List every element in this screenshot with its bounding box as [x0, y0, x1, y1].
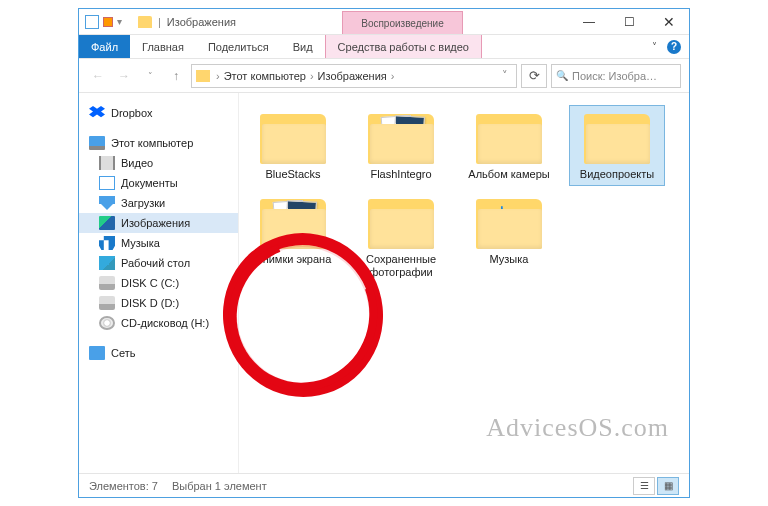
nav-item[interactable]: Документы: [79, 173, 238, 193]
folder-item[interactable]: Музыка: [461, 190, 557, 284]
nav-item[interactable]: CD-дисковод (H:): [79, 313, 238, 333]
nav-item[interactable]: DISK D (D:): [79, 293, 238, 313]
status-bar: Элементов: 7 Выбран 1 элемент ☰ ▦: [79, 473, 689, 497]
item-label: BlueStacks: [265, 168, 320, 181]
search-placeholder: Поиск: Изобра…: [572, 70, 657, 82]
folder-icon: [260, 195, 326, 249]
folder-item[interactable]: Сохраненные фотографии: [353, 190, 449, 284]
folder-icon: [476, 110, 542, 164]
nav-this-pc[interactable]: Этот компьютер: [79, 133, 238, 153]
drive-icon: [99, 296, 115, 310]
folder-item[interactable]: Видеопроекты: [569, 105, 665, 186]
folder-icon: [584, 110, 650, 164]
folder-icon: [368, 195, 434, 249]
chevron-right-icon[interactable]: ›: [308, 70, 316, 82]
explorer-icon: [85, 15, 99, 29]
folder-icon: [138, 16, 152, 28]
tab-video-tools[interactable]: Средства работы с видео: [325, 35, 482, 58]
status-selection: Выбран 1 элемент: [172, 480, 267, 492]
item-label: Музыка: [490, 253, 529, 266]
nav-item[interactable]: DISK C (C:): [79, 273, 238, 293]
qat-properties-icon[interactable]: [103, 17, 113, 27]
explorer-window: ▾ | Изображения Воспроизведение — ☐ ✕ Фа…: [78, 8, 690, 498]
nav-item[interactable]: Изображения: [79, 213, 238, 233]
folder-item[interactable]: FlashIntegro: [353, 105, 449, 186]
search-icon: 🔍: [556, 70, 568, 81]
tab-file[interactable]: Файл: [79, 35, 130, 58]
folder-item[interactable]: Альбом камеры: [461, 105, 557, 186]
folder-item[interactable]: BlueStacks: [245, 105, 341, 186]
close-button[interactable]: ✕: [649, 9, 689, 34]
search-box[interactable]: 🔍 Поиск: Изобра…: [551, 64, 681, 88]
item-label: FlashIntegro: [370, 168, 431, 181]
nav-back-button[interactable]: ←: [87, 65, 109, 87]
pics-icon: [99, 216, 115, 230]
breadcrumb-segment[interactable]: Этот компьютер: [224, 70, 306, 82]
drive-icon: [99, 276, 115, 290]
nav-forward-button[interactable]: →: [113, 65, 135, 87]
ribbon-tabs: Файл Главная Поделиться Вид Средства раб…: [79, 35, 689, 59]
item-label: Сохраненные фотографии: [358, 253, 444, 279]
breadcrumb-segment[interactable]: Изображения: [318, 70, 387, 82]
network-icon: [89, 346, 105, 360]
details-view-button[interactable]: ☰: [633, 477, 655, 495]
item-label: Видеопроекты: [580, 168, 654, 181]
window-title: | Изображения: [128, 9, 236, 34]
dropbox-icon: [89, 106, 105, 120]
icons-view-button[interactable]: ▦: [657, 477, 679, 495]
help-icon[interactable]: ?: [667, 40, 681, 54]
folder-icon: [368, 110, 434, 164]
download-icon: [99, 196, 115, 210]
minimize-button[interactable]: —: [569, 9, 609, 34]
ribbon-expand-icon[interactable]: ˅: [652, 41, 657, 52]
folder-item[interactable]: Снимки экрана: [245, 190, 341, 284]
nav-recent-button[interactable]: ˅: [139, 65, 161, 87]
contextual-tab-header: Воспроизведение: [342, 11, 463, 34]
address-bar-row: ← → ˅ ↑ › Этот компьютер › Изображения ›…: [79, 59, 689, 93]
breadcrumb-icon: [196, 70, 210, 82]
nav-up-button[interactable]: ↑: [165, 65, 187, 87]
maximize-button[interactable]: ☐: [609, 9, 649, 34]
quick-access-toolbar: ▾: [79, 9, 128, 34]
pc-icon: [89, 136, 105, 150]
navigation-pane: Dropbox Этот компьютер ВидеоДокументыЗаг…: [79, 93, 239, 473]
nav-network[interactable]: Сеть: [79, 343, 238, 363]
music-icon: [99, 236, 115, 250]
nav-item[interactable]: Загрузки: [79, 193, 238, 213]
titlebar: ▾ | Изображения Воспроизведение — ☐ ✕: [79, 9, 689, 35]
nav-dropbox[interactable]: Dropbox: [79, 103, 238, 123]
chevron-right-icon[interactable]: ›: [214, 70, 222, 82]
refresh-button[interactable]: ⟳: [521, 64, 547, 88]
status-item-count: Элементов: 7: [89, 480, 158, 492]
watermark: AdvicesOS.com: [486, 413, 669, 443]
title-label: Изображения: [167, 16, 236, 28]
qat-dropdown-icon[interactable]: ▾: [117, 16, 122, 27]
docs-icon: [99, 176, 115, 190]
item-label: Снимки экрана: [255, 253, 332, 266]
tab-view[interactable]: Вид: [281, 35, 325, 58]
breadcrumb[interactable]: › Этот компьютер › Изображения › ˅: [191, 64, 517, 88]
tab-home[interactable]: Главная: [130, 35, 196, 58]
item-label: Альбом камеры: [468, 168, 549, 181]
chevron-right-icon[interactable]: ›: [389, 70, 397, 82]
nav-item[interactable]: Видео: [79, 153, 238, 173]
nav-item[interactable]: Музыка: [79, 233, 238, 253]
folder-icon: [476, 195, 542, 249]
nav-item[interactable]: Рабочий стол: [79, 253, 238, 273]
cd-icon: [99, 316, 115, 330]
folder-icon: [260, 110, 326, 164]
desktop-icon: [99, 256, 115, 270]
breadcrumb-dropdown-icon[interactable]: ˅: [498, 69, 512, 82]
tab-share[interactable]: Поделиться: [196, 35, 281, 58]
content-area[interactable]: BlueStacksFlashIntegroАльбом камерыВидео…: [239, 93, 689, 473]
video-icon: [99, 156, 115, 170]
